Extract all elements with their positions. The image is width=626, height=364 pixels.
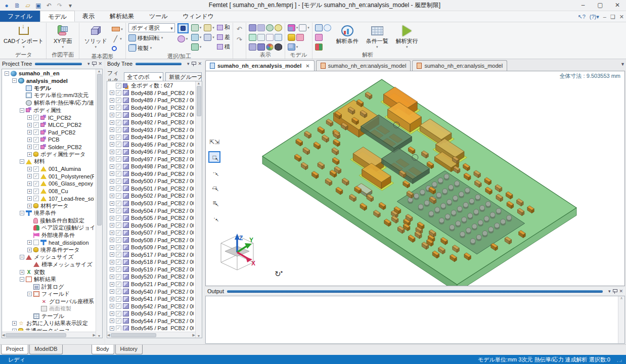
project-tree-item[interactable]: −analysis_model	[3, 77, 95, 85]
visibility-checkbox[interactable]: ✓	[116, 142, 121, 147]
fillet-icon[interactable]	[191, 34, 199, 41]
expand-icon[interactable]: +	[110, 311, 114, 316]
visibility-checkbox[interactable]: ✓	[33, 129, 39, 135]
wireframe-icon[interactable]	[266, 34, 274, 41]
visibility-checkbox[interactable]: ✓	[116, 252, 121, 257]
visibility-checkbox[interactable]: ✓	[116, 120, 121, 125]
expand-icon[interactable]: +	[27, 189, 32, 194]
document-tab[interactable]: sumaho_nh_en:analysis_model	[412, 60, 507, 71]
project-tree-item[interactable]: 標準メッシュサイズ : 0.125	[3, 261, 95, 268]
project-tree-item[interactable]: −フィールド	[3, 290, 95, 298]
hide-body-icon[interactable]	[257, 24, 265, 31]
body-tree-row[interactable]: +✓Body495 / Pad_PCB2 / 008_Cu	[108, 141, 195, 148]
menu-tab-2[interactable]: 表示	[75, 11, 102, 22]
visibility-checkbox[interactable]: ✓	[116, 282, 121, 287]
body-tree-row[interactable]: +✓Body518 / Pad_PCB2 / 008_Cu	[108, 258, 195, 266]
select-body-icon[interactable]: □↖	[208, 151, 220, 163]
collapse-icon[interactable]: −	[12, 78, 17, 83]
collapse-icon[interactable]: −	[27, 292, 32, 296]
resize-grip[interactable]: ⢀⣠	[615, 357, 623, 362]
body-tree-row[interactable]: +✓Body489 / Pad_PCB2 / 008_Cu	[108, 97, 195, 104]
expand-icon[interactable]: +	[12, 321, 17, 326]
expand-icon[interactable]: +	[110, 186, 114, 191]
body-tree-row[interactable]: +✓Body505 / Pad_PCB2 / 008_Cu	[108, 214, 195, 222]
project-tree-item[interactable]: −境界条件	[3, 209, 95, 217]
visibility-checkbox[interactable]: ✓	[116, 156, 121, 162]
body-tree-row[interactable]: +✓Body519 / Pad_PCB2 / 008_Cu	[108, 266, 195, 274]
visibility-checkbox[interactable]: ✓	[33, 166, 39, 172]
project-tree-item[interactable]: +✓PCB	[3, 136, 95, 144]
rotate-view-icon[interactable]: ↻▸	[275, 269, 283, 279]
menu-tab-5[interactable]: ウィンドウ	[175, 11, 221, 22]
minimize-button[interactable]: –	[574, 0, 592, 11]
visibility-checkbox[interactable]: ✓	[33, 115, 39, 120]
panel-grab-bar[interactable]	[35, 63, 82, 65]
move-group-icon[interactable]	[257, 43, 265, 51]
move-rotate-button[interactable]: 移動回転▾	[128, 33, 163, 42]
expand-icon[interactable]: +	[27, 167, 32, 171]
extrude-icon[interactable]	[204, 34, 211, 41]
project-panel-tab-modeldb[interactable]: ModelDB	[29, 345, 62, 354]
project-tree-item[interactable]: −メッシュサイズ	[3, 254, 95, 261]
section-view-icon[interactable]	[275, 43, 282, 51]
measure-icon[interactable]	[204, 24, 211, 31]
mesh-setting-icon[interactable]	[288, 43, 295, 51]
expand-icon[interactable]: +	[110, 201, 114, 206]
body-tree-row[interactable]: +✓Body508 / Pad_PCB2 / 008_Cu	[108, 236, 195, 244]
expand-icon[interactable]: +	[110, 105, 114, 110]
expand-icon[interactable]: +	[110, 275, 114, 279]
fit-view-icon[interactable]: ⇱⇲	[208, 136, 220, 148]
expand-icon[interactable]: +	[110, 282, 114, 287]
open-file-icon[interactable]: ▱	[23, 1, 32, 10]
new-group-button[interactable]: 新規グループ作成	[165, 72, 202, 82]
show-face-icon[interactable]	[249, 34, 256, 41]
expand-icon[interactable]: +	[27, 138, 32, 142]
visibility-checkbox[interactable]: ✓	[116, 186, 121, 191]
project-tree-item[interactable]: −sumaho_nh_en	[3, 70, 95, 77]
body-tree-hscrollbar[interactable]: ◀▶	[107, 332, 195, 338]
close-tab-icon[interactable]: ✕	[305, 63, 309, 69]
expand-icon[interactable]: +	[110, 289, 114, 294]
solid-button[interactable]: ソリッド▾	[82, 23, 109, 51]
expand-icon[interactable]: +	[110, 231, 114, 235]
project-tree-item[interactable]: +✓MLCC_PCB2	[3, 121, 95, 129]
body-tree-row[interactable]: +✓Body493 / Pad_PCB2 / 008_Cu	[108, 126, 195, 133]
visibility-checkbox[interactable]: ✓	[33, 173, 39, 179]
expand-icon[interactable]: +	[110, 297, 114, 301]
help-icon[interactable]: (?)▾	[590, 14, 599, 20]
model-viewport[interactable]: 全体寸法 : 9.503553 mm ⇱⇲□↖∙∙↖▱↖≡↖·↖ Z Y	[205, 71, 625, 286]
body-tree-row[interactable]: +✓Body545 / Pad_PCB2 / 008_Cu	[108, 325, 195, 331]
expand-icon[interactable]: +	[110, 142, 114, 147]
visibility-checkbox[interactable]: ✓	[116, 149, 121, 155]
visibility-checkbox[interactable]: ✓	[116, 98, 121, 103]
customize-toolbar-icon[interactable]: ▾	[66, 1, 75, 10]
show-group-icon[interactable]	[249, 43, 256, 51]
project-tree-item[interactable]: +✓Pad_PCB2	[3, 128, 95, 136]
collapse-icon[interactable]: −	[20, 211, 24, 215]
expand-icon[interactable]: +	[27, 248, 32, 252]
material-db-icon[interactable]	[288, 34, 295, 41]
body-tree-row[interactable]: +✓Body498 / Pad_PCB2 / 008_Cu	[108, 163, 195, 170]
project-tree-item[interactable]: ▤計算ログ	[3, 283, 95, 291]
panel-menu-icon[interactable]: ▾	[608, 289, 611, 294]
project-tree-item[interactable]: +境界条件データ	[3, 246, 95, 254]
output-log[interactable]: ∧	[205, 296, 625, 344]
key-condition-icon[interactable]	[315, 34, 323, 41]
project-tree-item[interactable]: −材料	[3, 158, 95, 166]
visibility-checkbox[interactable]: ✓	[116, 112, 121, 118]
project-tree-item[interactable]: +✓001_Polystyrene(PS)	[3, 173, 95, 180]
pin-icon[interactable]	[192, 62, 195, 66]
expand-icon[interactable]: +	[110, 304, 114, 308]
document-tab[interactable]: sumaho_nh_en:analysis_model	[316, 60, 411, 71]
hide-face-icon[interactable]	[257, 34, 265, 41]
panel-grab-bar[interactable]	[136, 63, 182, 65]
body-tree-row[interactable]: +✓Body517 / Pad_PCB2 / 008_Cu	[108, 251, 195, 259]
collapse-icon[interactable]: −	[5, 71, 9, 76]
expand-icon[interactable]: +	[110, 238, 114, 242]
expand-icon[interactable]: +	[27, 174, 32, 178]
body-tree-row[interactable]: +✓Body520 / Pad_PCB2 / 008_Cu	[108, 273, 195, 281]
visibility-checkbox[interactable]: ✓	[116, 134, 121, 140]
shaded-icon[interactable]	[275, 34, 282, 41]
document-tab[interactable]: sumaho_nh_en:analysis_model✕	[205, 60, 315, 71]
expand-icon[interactable]: +	[110, 127, 114, 132]
